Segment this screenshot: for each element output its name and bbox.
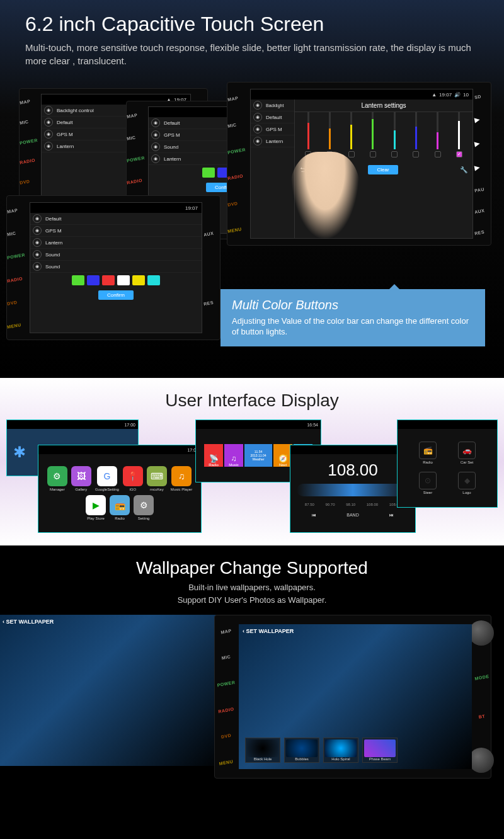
wallpaper-thumbs: Black Hole Bubbles Holo Spiral Phase Bea…: [245, 738, 398, 763]
icon: ◉: [33, 262, 42, 271]
wallpaper-thumb[interactable]: Holo Spiral: [323, 738, 358, 763]
section3-title: Wallpaper Change Supported: [0, 558, 504, 578]
device-cluster: MAP MIC POWER RADIO DVD MENU ▲ 19:07 ◉Ba…: [0, 82, 504, 359]
wallpaper-thumb[interactable]: Bubbles: [284, 738, 319, 763]
checkbox-checked[interactable]: ✓: [456, 151, 462, 157]
settings-icon[interactable]: 🔧: [460, 166, 467, 173]
checkbox[interactable]: [370, 151, 376, 157]
app-igo[interactable]: 📍: [123, 466, 143, 486]
swatch[interactable]: [87, 275, 100, 285]
wallpaper-screen: ‹ SET WALLPAPER Black Hole Bubbles Holo …: [239, 624, 472, 769]
swatch[interactable]: [72, 275, 84, 285]
device-side-left: MAP MIC POWER RADIO DVD MENU: [215, 615, 238, 778]
lantern-settings-title: Lantern settings: [295, 100, 472, 112]
checkbox[interactable]: [391, 151, 398, 157]
icon-steer[interactable]: ⊙: [419, 472, 437, 489]
speaker-icon: ◉: [44, 130, 53, 139]
app-google[interactable]: G: [97, 466, 117, 486]
device-front-left: MAP MIC POWER RADIO DVD MENU AUX RES 19:…: [6, 195, 220, 340]
band-button[interactable]: BAND: [346, 513, 358, 517]
device-front-right: MAP MIC POWER RADIO DVD MENU SD ▶ ▶ ▶ PA…: [227, 82, 491, 246]
ui-thumbnails: 17:00 ✱ 17:00 ⚙Manager 🖼Gallery GGoogleS…: [0, 420, 504, 533]
slider-white[interactable]: ✓: [457, 111, 462, 157]
speaker-icon: ◉: [151, 154, 160, 163]
app-setting[interactable]: ⚙: [134, 495, 154, 515]
app-playstore[interactable]: ▶: [86, 495, 106, 515]
swatch[interactable]: [102, 275, 115, 285]
section3-desc2: Support DIY User's Photos as Wallpaper.: [0, 595, 504, 606]
play-icon[interactable]: ▶: [474, 137, 491, 147]
device-side-left: MAP MIC POWER RADIO DVD MENU: [7, 196, 27, 340]
play-icon[interactable]: ▶: [474, 161, 491, 171]
slider-yellow[interactable]: [349, 111, 354, 157]
status-bar: 19:07: [30, 203, 202, 213]
checkbox[interactable]: [348, 151, 355, 157]
wallpaper-thumb[interactable]: Black Hole: [245, 738, 280, 763]
ui-card-apps: 17:00 ⚙Manager 🖼Gallery GGoogleSetting 📍…: [38, 445, 202, 533]
section2-title: User Interface Display: [0, 391, 504, 411]
play-icon[interactable]: ▶: [474, 113, 491, 123]
icon-radio[interactable]: 📻: [419, 442, 437, 459]
status-bar: ▲ 19:07 🔊 10: [251, 89, 472, 100]
section1-desc: Multi-touch, more sensitive touch respon…: [25, 41, 479, 67]
slider-red[interactable]: [306, 111, 311, 157]
clear-button[interactable]: Clear: [368, 165, 398, 174]
section3-desc1: Built-in live wallpapers, wallpapers.: [0, 582, 504, 593]
radio-scale: 87.50 90.70 98.10 108.00 108.00: [297, 500, 409, 509]
slider-magenta[interactable]: [435, 111, 440, 157]
tile-radio[interactable]: 📡Radio: [204, 444, 223, 467]
swatch[interactable]: [132, 275, 145, 285]
slider-cyan[interactable]: [392, 111, 397, 157]
slider-blue[interactable]: [413, 111, 418, 157]
icon: ◉: [253, 137, 262, 146]
confirm-button[interactable]: Confirm: [98, 290, 134, 300]
touchscreen-section: 6.2 inch Capacitive Touch Screen Multi-t…: [0, 0, 504, 378]
swatch[interactable]: [202, 168, 215, 178]
icon: ◉: [33, 250, 42, 259]
app-gallery[interactable]: 🖼: [71, 466, 91, 486]
slider-green[interactable]: [370, 111, 375, 157]
section1-title: 6.2 inch Capacitive Touch Screen: [25, 13, 479, 36]
wallpaper-row: ‹ SET WALLPAPER MAP MIC POWER RADIO DVD …: [0, 615, 504, 791]
icon: ◉: [253, 125, 262, 134]
ui-card-settings: 📻Radio 🚗Car Set ⊙Steer ◆Logo: [397, 420, 498, 508]
icon: ◉: [33, 238, 42, 247]
icon-logo[interactable]: ◆: [458, 472, 476, 489]
speaker-icon: ◉: [44, 118, 53, 127]
callout-desc: Adjusting the Value of the color bar can…: [232, 316, 474, 338]
slider-orange[interactable]: [327, 111, 332, 157]
icon: ◉: [253, 113, 262, 122]
app-mcukey[interactable]: ⌨: [147, 466, 167, 486]
speaker-icon: ◉: [151, 130, 160, 139]
swatch[interactable]: [117, 275, 130, 285]
swatch[interactable]: [147, 275, 160, 285]
back-icon[interactable]: ‹: [243, 628, 244, 634]
checkbox[interactable]: [326, 151, 333, 157]
back-icon[interactable]: ‹: [3, 619, 4, 625]
speaker-icon: ◉: [44, 106, 53, 115]
icon-carset[interactable]: 🚗: [458, 442, 476, 459]
back-icon[interactable]: ⮌: [300, 166, 306, 173]
tile-music[interactable]: ♫Music: [224, 444, 243, 467]
icon: ◉: [33, 214, 42, 223]
color-sliders: ✓: [295, 112, 472, 163]
app-music[interactable]: ♫: [171, 466, 192, 486]
prev-icon[interactable]: ⏮: [312, 513, 316, 517]
checkbox[interactable]: [305, 151, 311, 157]
device-side-right: AUX RES: [203, 196, 220, 340]
color-swatches: [30, 273, 202, 288]
checkbox[interactable]: [435, 151, 441, 157]
app-manager[interactable]: ⚙: [47, 466, 67, 486]
speaker-icon: ◉: [151, 142, 160, 151]
device-screen: 19:07 ◉Default ◉GPS M ◉Lantern ◉Sound ◉S…: [30, 202, 202, 333]
tile-weather[interactable]: 11.542013.11.04Weather: [244, 444, 272, 467]
checkbox[interactable]: [413, 151, 419, 157]
wallpaper-thumb[interactable]: Phase Beam: [362, 738, 398, 763]
radio-dial[interactable]: [297, 484, 409, 496]
icon: ◉: [33, 226, 42, 235]
wallpaper-preview-left: ‹ SET WALLPAPER: [0, 615, 226, 766]
app-radio[interactable]: 📻: [110, 495, 130, 515]
speaker-icon: ◉: [151, 118, 160, 127]
next-icon[interactable]: ⏭: [389, 513, 394, 517]
wallpaper-device: MAP MIC POWER RADIO DVD MENU SD MODE BT …: [214, 615, 491, 779]
